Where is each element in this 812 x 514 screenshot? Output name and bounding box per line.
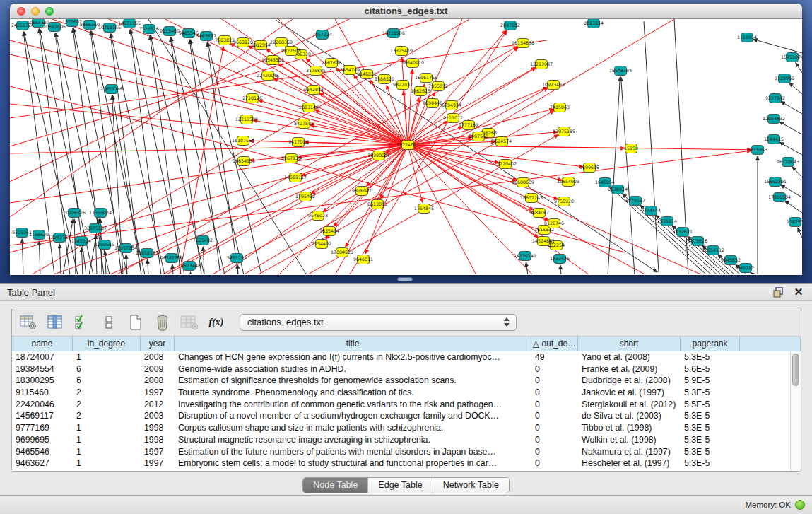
graph-node[interactable]: 1733426 <box>550 255 570 264</box>
graph-node[interactable]: 18640910 <box>401 59 424 68</box>
graph-node[interactable]: 9146821 <box>357 70 377 79</box>
graph-node[interactable]: 12093832 <box>763 115 785 124</box>
split-pane-grip[interactable] <box>397 277 413 281</box>
graph-node[interactable]: 8215953 <box>748 146 767 155</box>
close-panel-icon[interactable]: ✕ <box>792 286 805 298</box>
graph-node[interactable]: 16782759 <box>160 254 183 263</box>
table-header-cell-year[interactable]: year <box>141 337 175 351</box>
graph-node[interactable]: 1244415 <box>764 135 784 144</box>
graph-node[interactable]: 9646011 <box>353 255 373 264</box>
graph-node[interactable]: 16961758 <box>415 74 437 83</box>
graph-node[interactable]: 10654112 <box>702 246 724 255</box>
graph-node[interactable]: 7955812 <box>428 82 448 91</box>
graph-node[interactable]: 7515526 <box>139 25 159 34</box>
graph-node[interactable]: 9245652 <box>721 256 741 265</box>
graph-node[interactable]: 24055724 <box>11 21 34 30</box>
graph-node[interactable]: 8938924 <box>608 185 628 194</box>
graph-node[interactable]: 9115460 <box>160 27 180 36</box>
graph-node[interactable]: 7635404 <box>319 227 339 236</box>
table-scrollbar[interactable] <box>790 351 801 471</box>
graph-node[interactable]: 9660128 <box>233 38 253 47</box>
graph-node[interactable]: 116753 <box>787 218 802 227</box>
graph-node[interactable]: 2935114 <box>657 217 677 226</box>
graph-node[interactable]: 21053346 <box>100 85 123 94</box>
graph-node[interactable]: 8613011 <box>367 200 387 209</box>
graph-node[interactable]: 13975185 <box>553 127 575 136</box>
graph-node[interactable]: 2087682 <box>500 21 520 30</box>
graph-node[interactable]: 8267130 <box>281 154 301 163</box>
table-row[interactable]: 2242004622012Investigating the contribut… <box>12 399 801 411</box>
graph-node[interactable]: 10688609 <box>512 178 534 187</box>
table-row[interactable]: 977716911998Corpus callosum shape and si… <box>12 422 801 434</box>
graph-node[interactable]: 1795402 <box>295 192 315 201</box>
graph-node[interactable]: 17084023 <box>331 248 353 257</box>
table-header-cell-short[interactable]: short <box>578 337 681 351</box>
graph-node[interactable]: 2718126 <box>242 94 262 103</box>
delete-columns-icon[interactable] <box>153 314 172 331</box>
graph-node[interactable]: 9463627 <box>196 32 216 41</box>
graph-node[interactable]: 1862615 <box>411 87 430 96</box>
graph-node[interactable]: 17359924 <box>89 209 112 218</box>
table-header-cell-out_degree[interactable]: △ out_de… <box>531 337 578 351</box>
graph-node[interactable]: 9756928 <box>554 197 574 206</box>
graph-node[interactable]: 7663822 <box>215 36 235 45</box>
graph-node[interactable]: 3457791 <box>227 254 247 263</box>
graph-node[interactable]: 17016504 <box>768 193 791 202</box>
graph-node[interactable]: 15958 <box>624 144 638 153</box>
graph-node[interactable]: 2867608 <box>322 59 341 68</box>
graph-node[interactable]: 18807243 <box>520 194 543 203</box>
graph-node[interactable]: 16210643 <box>777 158 799 167</box>
graph-node[interactable]: 9822037 <box>393 81 413 90</box>
graph-node[interactable]: 1588520 <box>375 75 394 84</box>
graph-node[interactable]: 9227342 <box>765 94 785 103</box>
graph-node[interactable]: 9121072 <box>443 114 463 123</box>
table-row[interactable]: 1830029562008Estimation of significance … <box>12 375 801 387</box>
graph-node[interactable]: 12213987 <box>530 60 553 69</box>
graph-node[interactable]: 20206526 <box>63 209 86 218</box>
graph-node[interactable]: 19218596 <box>382 29 405 38</box>
graph-node[interactable]: 3175685 <box>306 66 326 76</box>
graph-node[interactable]: 11823448 <box>178 262 201 271</box>
table-row[interactable]: 969969511998Structural magnetic resonanc… <box>12 434 801 446</box>
graph-node[interactable]: 14569117 <box>284 173 307 182</box>
row-height-icon[interactable] <box>100 314 118 331</box>
graph-node[interactable]: 9465546 <box>179 29 199 38</box>
graph-node[interactable]: 7625402 <box>193 236 213 245</box>
graph-node[interactable]: 20691406 <box>43 23 66 32</box>
graph-node[interactable]: 19654923 <box>557 177 579 187</box>
table-header-cell-name[interactable]: name <box>12 337 73 351</box>
graph-node[interactable]: 945012 <box>737 264 754 273</box>
graph-node[interactable]: 12942757 <box>48 233 71 243</box>
graph-node[interactable]: 9242848 <box>304 86 324 95</box>
import-table-icon[interactable] <box>180 314 199 331</box>
graph-node[interactable]: 7485063 <box>550 103 570 112</box>
function-builder-icon[interactable]: f(x) <box>207 314 225 331</box>
graph-node[interactable]: 2803144 <box>299 103 319 112</box>
graph-node[interactable]: 22260358 <box>270 38 293 47</box>
graph-node[interactable]: 15720407 <box>494 160 517 169</box>
graph-node[interactable]: 9912954 <box>251 41 271 50</box>
table-row[interactable]: 911546021997Tourette syndrome. Phenomeno… <box>12 387 801 399</box>
graph-node[interactable]: 8813054 <box>584 19 604 28</box>
graph-node[interactable]: 7632621 <box>673 228 693 237</box>
graph-node[interactable]: 22420046 <box>257 71 279 81</box>
tab-node-table[interactable]: Node Table <box>303 478 368 493</box>
table-header-cell-title[interactable]: title <box>175 337 531 351</box>
graph-node[interactable]: 16648784 <box>609 66 632 76</box>
graph-node[interactable]: 1354845 <box>414 204 434 214</box>
tab-edge-table[interactable]: Edge Table <box>368 478 433 493</box>
graph-node[interactable]: 8471626 <box>688 237 707 246</box>
graph-node[interactable]: 9684067 <box>529 209 549 218</box>
graph-node[interactable]: 7254402 <box>312 240 331 249</box>
table-options-icon[interactable] <box>19 314 37 331</box>
graph-node[interactable]: 1156829 <box>29 230 49 240</box>
graph-node[interactable]: 9546023 <box>308 211 328 221</box>
graph-node[interactable]: 6794024 <box>442 101 461 110</box>
graph-node[interactable]: 15751074 <box>781 53 802 62</box>
select-columns-icon[interactable] <box>73 314 91 331</box>
table-row[interactable]: 1456911722003Disruption of a novel membe… <box>12 410 801 422</box>
graph-node[interactable]: 7957224 <box>312 30 332 40</box>
network-window-titlebar[interactable]: citations_edges.txt <box>10 4 802 19</box>
table-row[interactable]: 1872400712008Changes of HCN gene express… <box>12 351 801 363</box>
graph-node[interactable]: 15692391 <box>764 177 787 187</box>
